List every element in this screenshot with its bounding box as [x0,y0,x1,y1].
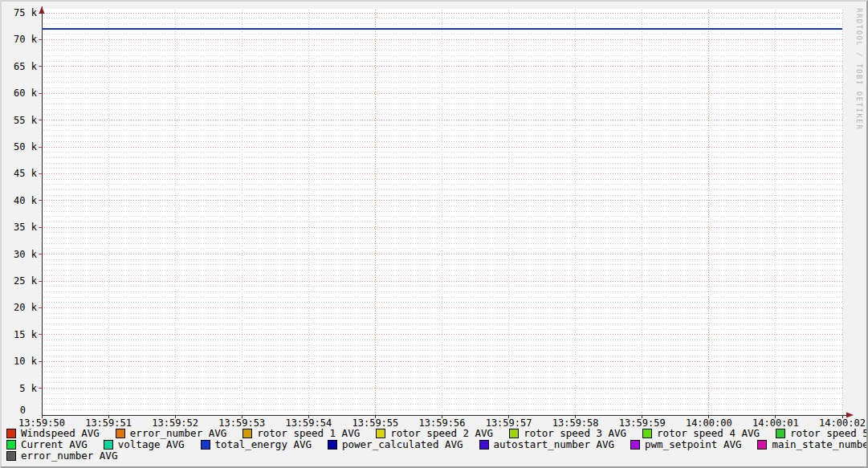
legend-item: error_number AVG [116,428,226,439]
rrdtool-graph: 05 k10 k15 k20 k25 k30 k35 k40 k45 k50 k… [0,0,868,468]
y-tick-label: 25 k [5,276,37,286]
legend-label: error_number AVG [21,450,117,462]
legend-item: pwm_setpoint AVG [630,439,741,450]
legend-swatch-icon [6,440,16,450]
y-tick-label: 20 k [5,303,37,312]
legend-label: rotor speed 1 AVG [257,428,360,439]
plot-area [2,2,868,468]
legend-label: rotor speed 2 AVG [390,428,493,439]
y-tick-label: 75 k [5,8,37,18]
legend-swatch-icon [328,440,337,450]
legend-label: autostart_number AVG [494,439,615,450]
legend-label: rotor speed 4 AVG [657,428,760,439]
legend-item: Current AVG [6,439,88,450]
legend-item: main_state_number AVG [757,439,868,450]
y-tick-label: 10 k [5,356,37,366]
legend-item: rotor speed 1 AVG [242,428,360,439]
watermark: RRDTOOL / TOBI OETIKER [855,8,863,130]
legend-item: rotor speed 4 AVG [642,428,760,439]
legend-swatch-icon [509,429,519,438]
legend-swatch-icon [630,440,640,450]
y-tick-label: 50 k [5,142,37,152]
y-tick-label: 0 [5,405,37,415]
legend-item: total_energy AVG [201,439,312,450]
y-tick-label: 40 k [5,196,37,206]
y-tick-label: 30 k [5,250,37,259]
legend-swatch-icon [776,429,785,438]
legend-row: error_number AVG [6,450,866,462]
legend-row: Windspeed AVGerror_number AVGrotor speed… [6,428,866,439]
legend-swatch-icon [376,429,385,438]
y-tick-label: 15 k [5,330,37,340]
legend-label: total_energy AVG [215,439,312,450]
legend-item: autostart_number AVG [479,439,615,450]
legend-swatch-icon [104,440,113,450]
legend-label: main_state_number AVG [772,439,868,450]
legend: Windspeed AVGerror_number AVGrotor speed… [6,428,866,462]
y-tick-label: 65 k [5,62,37,71]
legend-item: Windspeed AVG [6,428,100,439]
legend-swatch-icon [201,440,210,450]
y-tick-label: 70 k [5,35,37,44]
legend-item: voltage AVG [104,439,185,450]
legend-item: power_calculated AVG [328,439,463,450]
y-tick-label: 5 k [5,384,37,393]
legend-label: error_number AVG [130,428,226,439]
legend-swatch-icon [642,429,652,438]
y-tick-label: 35 k [5,222,37,232]
legend-swatch-icon [479,440,489,450]
y-tick-label: 55 k [5,116,37,125]
legend-label: Current AVG [21,439,88,450]
legend-item: rotor speed 3 AVG [509,428,626,439]
legend-swatch-icon [757,440,767,450]
legend-label: power_calculated AVG [342,439,463,450]
legend-label: Windspeed AVG [21,428,100,439]
legend-label: pwm_setpoint AVG [645,439,741,450]
legend-swatch-icon [6,451,16,461]
y-tick-label: 45 k [5,169,37,178]
legend-swatch-icon [116,429,125,438]
legend-item: rotor speed 2 AVG [376,428,493,439]
legend-item: rotor speed 5 AVG [776,428,868,439]
legend-row: Current AVGvoltage AVGtotal_energy AVGpo… [6,439,866,450]
legend-label: voltage AVG [118,439,185,450]
legend-swatch-icon [242,429,252,438]
legend-label: rotor speed 3 AVG [524,428,626,439]
y-tick-label: 60 k [5,88,37,98]
legend-item: error_number AVG [6,450,117,462]
legend-swatch-icon [6,429,16,438]
legend-label: rotor speed 5 AVG [790,428,868,439]
